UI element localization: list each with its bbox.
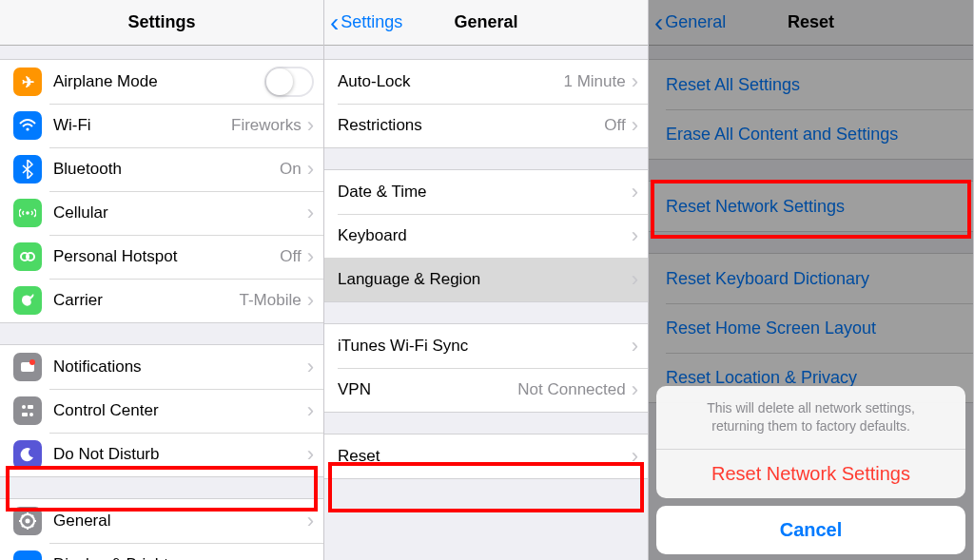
sheet-reset-network-button[interactable]: Reset Network Settings — [656, 450, 965, 498]
row-restrictions[interactable]: Restrictions Off › — [324, 104, 648, 147]
wifi-icon — [13, 111, 42, 140]
chevron-right-icon: › — [632, 115, 638, 136]
chevron-left-icon: ‹ — [654, 10, 663, 36]
settings-pane: Settings ✈ Airplane Mode Wi-Fi Fireworks… — [0, 0, 324, 560]
svg-point-5 — [29, 359, 35, 365]
cellular-label: Cellular — [53, 203, 307, 222]
chevron-right-icon: › — [307, 400, 314, 421]
general-pane: ‹ Settings General Auto-Lock 1 Minute › … — [324, 0, 649, 560]
row-reset-network[interactable]: Reset Network Settings — [649, 182, 973, 231]
chevron-right-icon: › — [307, 159, 314, 180]
reset-label: Reset — [338, 447, 632, 466]
chevron-right-icon: › — [307, 246, 314, 267]
chevron-left-icon: ‹ — [330, 10, 339, 36]
action-sheet: This will delete all network settings, r… — [656, 386, 965, 554]
row-display-brightness[interactable]: AA Display & Brightness › — [0, 543, 323, 560]
reset-home-label: Reset Home Screen Layout — [666, 319, 876, 338]
general-group-2: Date & Time › Keyboard › Language & Regi… — [324, 169, 648, 302]
reset-group-2: Reset Network Settings — [649, 181, 973, 232]
row-do-not-disturb[interactable]: Do Not Disturb › — [0, 433, 323, 476]
row-cellular[interactable]: Cellular › — [0, 191, 323, 235]
settings-header: Settings — [0, 0, 323, 46]
display-label: Display & Brightness — [53, 555, 307, 560]
control-center-label: Control Center — [53, 401, 307, 420]
reset-network-label: Reset Network Settings — [666, 197, 845, 217]
notifications-icon — [13, 353, 42, 381]
dnd-icon — [13, 440, 42, 469]
language-label: Language & Region — [338, 270, 632, 289]
sheet-message: This will delete all network settings, r… — [656, 386, 965, 450]
chevron-right-icon: › — [307, 511, 314, 531]
back-to-general[interactable]: ‹ General — [654, 10, 726, 36]
back-label: Settings — [341, 12, 402, 32]
carrier-icon — [13, 286, 42, 315]
erase-all-label: Erase All Content and Settings — [666, 125, 898, 145]
svg-point-9 — [29, 413, 33, 416]
row-personal-hotspot[interactable]: Personal Hotspot Off › — [0, 235, 323, 279]
row-control-center[interactable]: Control Center › — [0, 389, 323, 433]
row-reset-keyboard-dict[interactable]: Reset Keyboard Dictionary — [649, 254, 973, 303]
chevron-right-icon: › — [632, 269, 638, 290]
sheet-cancel-button[interactable]: Cancel — [656, 506, 965, 554]
svg-point-11 — [26, 519, 30, 524]
carrier-label: Carrier — [53, 291, 239, 310]
row-airplane-mode[interactable]: ✈ Airplane Mode — [0, 60, 323, 104]
row-language-region[interactable]: Language & Region › — [324, 258, 648, 301]
settings-group-system: Notifications › Control Center › Do Not … — [0, 344, 323, 477]
restrictions-value: Off — [604, 116, 625, 135]
row-carrier[interactable]: Carrier T-Mobile › — [0, 279, 323, 322]
date-time-label: Date & Time — [338, 183, 632, 202]
row-erase-all[interactable]: Erase All Content and Settings — [649, 109, 973, 159]
general-header: ‹ Settings General — [324, 0, 648, 46]
wifi-value: Fireworks — [231, 116, 302, 135]
wifi-label: Wi-Fi — [53, 116, 231, 135]
bluetooth-label: Bluetooth — [53, 160, 280, 179]
row-wifi[interactable]: Wi-Fi Fireworks › — [0, 104, 323, 147]
chevron-right-icon: › — [632, 71, 638, 92]
row-reset-all-settings[interactable]: Reset All Settings — [649, 60, 973, 109]
vpn-label: VPN — [338, 380, 517, 399]
row-bluetooth[interactable]: Bluetooth On › — [0, 147, 323, 191]
display-icon: AA — [13, 550, 42, 560]
row-date-time[interactable]: Date & Time › — [324, 170, 648, 214]
svg-point-0 — [26, 127, 29, 130]
cellular-icon — [13, 199, 42, 227]
itunes-label: iTunes Wi-Fi Sync — [338, 337, 632, 356]
chevron-right-icon: › — [307, 290, 314, 311]
vpn-value: Not Connected — [517, 380, 625, 399]
row-general[interactable]: General › — [0, 499, 323, 543]
airplane-label: Airplane Mode — [53, 72, 264, 91]
svg-point-6 — [22, 405, 26, 409]
svg-rect-7 — [28, 405, 33, 409]
reset-keyboard-label: Reset Keyboard Dictionary — [666, 269, 869, 289]
general-label: General — [53, 512, 307, 531]
chevron-right-icon: › — [632, 336, 638, 357]
hotspot-label: Personal Hotspot — [53, 247, 280, 266]
row-itunes-sync[interactable]: iTunes Wi-Fi Sync › — [324, 324, 648, 368]
settings-title: Settings — [127, 12, 195, 32]
general-group-4: Reset › — [324, 434, 648, 479]
svg-point-1 — [26, 211, 29, 215]
row-notifications[interactable]: Notifications › — [0, 345, 323, 389]
row-reset[interactable]: Reset › — [324, 434, 648, 478]
back-to-settings[interactable]: ‹ Settings — [330, 10, 402, 36]
reset-group-1: Reset All Settings Erase All Content and… — [649, 59, 973, 160]
reset-all-label: Reset All Settings — [666, 75, 800, 95]
svg-rect-8 — [22, 413, 28, 416]
row-keyboard[interactable]: Keyboard › — [324, 214, 648, 258]
hotspot-icon — [13, 242, 42, 271]
reset-group-3: Reset Keyboard Dictionary Reset Home Scr… — [649, 253, 973, 403]
row-vpn[interactable]: VPN Not Connected › — [324, 368, 648, 412]
row-auto-lock[interactable]: Auto-Lock 1 Minute › — [324, 60, 648, 104]
restrictions-label: Restrictions — [338, 116, 604, 135]
general-title: General — [454, 12, 517, 32]
airplane-toggle[interactable] — [264, 67, 314, 97]
back-label: General — [665, 12, 726, 32]
reset-header: ‹ General Reset — [649, 0, 973, 46]
reset-title: Reset — [788, 12, 834, 32]
general-group-1: Auto-Lock 1 Minute › Restrictions Off › — [324, 59, 648, 148]
carrier-value: T-Mobile — [239, 291, 301, 310]
reset-pane: ‹ General Reset Reset All Settings Erase… — [649, 0, 974, 560]
row-reset-home[interactable]: Reset Home Screen Layout — [649, 303, 973, 353]
keyboard-label: Keyboard — [338, 226, 632, 245]
